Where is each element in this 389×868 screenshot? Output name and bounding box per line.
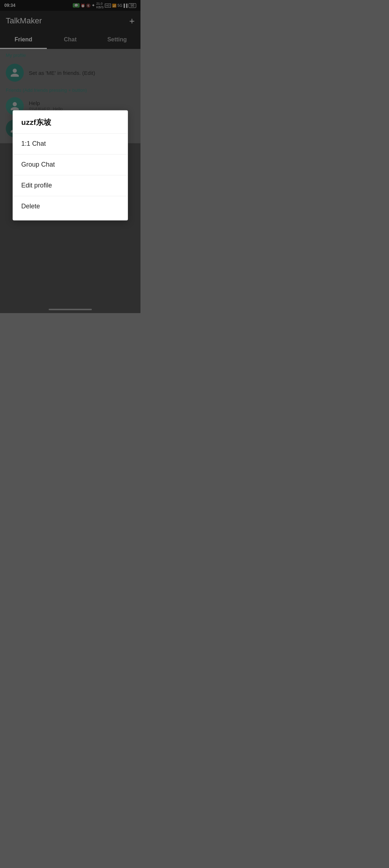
menu-item-delete[interactable]: Delete <box>13 196 128 217</box>
menu-item-edit-profile[interactable]: Edit profile <box>13 175 128 196</box>
menu-item-group-chat[interactable]: Group Chat <box>13 154 128 175</box>
context-menu-username: uzzf东坡 <box>13 117 128 133</box>
menu-item-one-on-one-chat[interactable]: 1:1 Chat <box>13 134 128 154</box>
context-menu-dialog: uzzf东坡 1:1 Chat Group Chat Edit profile … <box>13 110 128 220</box>
